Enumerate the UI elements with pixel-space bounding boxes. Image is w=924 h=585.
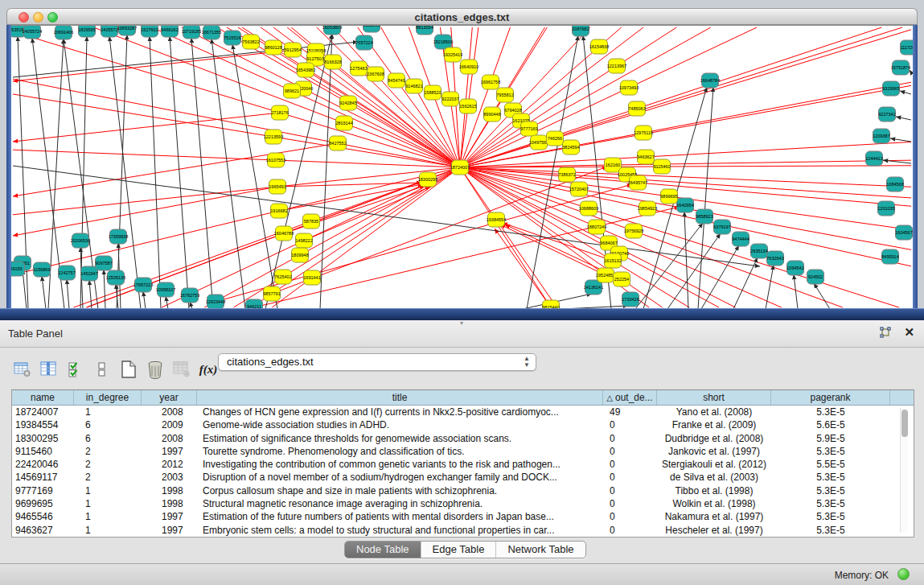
graph-node-label: 15751874	[891, 65, 910, 70]
graph-node-label: 10973493	[619, 85, 639, 90]
table-toolbar: f(x)	[11, 357, 224, 381]
selected-network-table: citations_edges.txt	[227, 356, 314, 368]
table-cell: Franke et al. (2009)	[657, 418, 771, 431]
network-canvas[interactable]: 1535159240557242069140618295952405572106…	[11, 25, 913, 308]
table-cell: Hescheler et al. (1997)	[657, 524, 771, 537]
graph-node-label: 8495914	[881, 254, 898, 259]
table-row[interactable]: 1830029562008Estimation of significance …	[12, 432, 914, 445]
graph-node-label: 20206536	[71, 238, 90, 243]
graph-edge	[89, 280, 92, 309]
table-row[interactable]: 969969511998Structural magnetic resonanc…	[12, 497, 914, 510]
graph-edge	[643, 82, 911, 133]
column-header-in_degree[interactable]: in_degree	[74, 390, 142, 405]
table-cell: 18300295	[12, 432, 74, 445]
table-cell: Nakamura et al. (1997)	[657, 510, 771, 523]
table-row[interactable]: 1456911722003Disruption of a novel membe…	[12, 471, 914, 484]
network-table-selector[interactable]: citations_edges.txt ▲▼	[218, 353, 536, 371]
graph-node-label: 9222037	[441, 97, 458, 101]
table-cell: 2008	[142, 406, 197, 418]
network-graph[interactable]: 1535159240557242069140618295952405572106…	[11, 26, 913, 309]
graph-node-label: 1733426	[622, 297, 639, 302]
table-cell: 0	[603, 458, 657, 471]
graph-node-label: 9242845	[339, 101, 356, 105]
graph-edge	[170, 36, 189, 309]
table-row[interactable]: 1872400712008Changes of HCN gene express…	[12, 406, 914, 418]
table-row[interactable]: 946554611997Estimation of the future num…	[12, 510, 914, 523]
network-window-title: citations_edges.txt	[7, 11, 917, 23]
close-panel-icon[interactable]: ✕	[904, 325, 914, 340]
table-scrollbar[interactable]	[900, 408, 908, 533]
graph-node-label: 9329965	[882, 86, 899, 91]
table-cell: 1997	[142, 510, 197, 523]
table-panel-body: f(x) citations_edges.txt ▲▼ namein_degre…	[0, 348, 924, 563]
panel-splitter-handle[interactable]: ▾	[455, 319, 468, 326]
table-cell: 1998	[142, 484, 197, 497]
table-scrollbar-thumb[interactable]	[901, 410, 908, 437]
column-header-year[interactable]: year	[142, 390, 197, 405]
select-all-columns-button[interactable]	[64, 359, 87, 380]
table-cell: Changes of HCN gene expression and I(f) …	[197, 406, 603, 418]
graph-node-label: 19524851	[596, 273, 615, 278]
table-row[interactable]: 2242004622012Investigating the contribut…	[12, 458, 914, 471]
table-cell: 9463627	[12, 524, 74, 537]
float-window-icon[interactable]	[879, 327, 892, 340]
graph-edge	[491, 27, 510, 82]
graph-edge	[505, 27, 547, 95]
graph-node-label: 162160	[606, 163, 620, 167]
unselect-all-columns-button[interactable]	[91, 359, 113, 380]
column-header-title[interactable]: title	[197, 390, 603, 405]
graph-node-label: 10719185	[182, 29, 201, 34]
graph-edge	[529, 27, 711, 129]
graph-edge	[635, 223, 703, 309]
graph-edge	[191, 38, 213, 309]
table-row[interactable]: 1938455462009Genome-wide association stu…	[12, 418, 914, 431]
table-cell: 9777169	[12, 484, 74, 497]
network-window-titlebar[interactable]: citations_edges.txt	[6, 8, 918, 25]
tab-node-table[interactable]: Node Table	[345, 542, 421, 558]
delete-table-button[interactable]	[170, 359, 193, 380]
graph-edge	[637, 27, 881, 109]
memory-status-icon[interactable]	[897, 568, 910, 580]
sort-ascending-icon: △	[606, 393, 613, 402]
table-cell: 14569117	[12, 471, 74, 484]
graph-edge	[794, 274, 798, 309]
table-options-button[interactable]	[11, 359, 34, 380]
table-row[interactable]: 911546021997Tourette syndrome. Phenomeno…	[12, 445, 914, 458]
graph-edge	[684, 212, 688, 309]
table-cell: 0	[603, 524, 657, 537]
graph-node-label: 8813054	[416, 26, 433, 30]
column-header-name[interactable]: name	[12, 390, 74, 405]
graph-node-label: 1275463	[350, 66, 367, 71]
column-header-out_de[interactable]: △out_de...	[603, 390, 657, 405]
graph-node-label: 1527602	[141, 27, 158, 32]
graph-node-label: 16671355	[202, 30, 221, 35]
graph-edge	[276, 160, 460, 167]
graph-node-label: 17957223	[133, 282, 153, 287]
tab-edge-table[interactable]: Edge Table	[421, 542, 497, 558]
column-header-pagerank[interactable]: pagerank	[771, 390, 890, 405]
table-cell: 5.3E-5	[771, 510, 890, 523]
graph-node-label: 26495747	[628, 180, 647, 185]
table-delete-icon	[173, 361, 191, 377]
table-cell: 19384554	[12, 418, 74, 431]
column-header-short[interactable]: short	[657, 390, 771, 405]
function-builder-button[interactable]: f(x)	[197, 359, 220, 380]
graph-edge	[629, 27, 757, 88]
graph-node-label: 746266	[548, 136, 562, 141]
graph-node-label: 16154838	[589, 44, 609, 49]
graph-node-label: 7485063	[628, 106, 645, 111]
graph-node-label: 1965493	[269, 184, 285, 189]
graph-edge	[273, 137, 460, 167]
show-columns-button[interactable]	[38, 359, 60, 380]
table-cell: 5.9E-5	[771, 432, 890, 445]
tab-network-table[interactable]: Network Table	[496, 542, 585, 558]
graph-node-label: 12213593	[264, 134, 283, 139]
graph-node-label: 8454749	[388, 78, 405, 83]
graph-node-label: 1209387	[873, 134, 889, 138]
table-row[interactable]: 946362711997Embryonic stem cells: a mode…	[12, 524, 914, 537]
graph-edge	[13, 113, 280, 142]
delete-column-button[interactable]	[144, 359, 166, 380]
table-row[interactable]: 977716911998Corpus callosum shape and si…	[12, 484, 914, 497]
table-cell: 5.3E-5	[771, 406, 890, 418]
create-column-button[interactable]	[117, 359, 140, 380]
